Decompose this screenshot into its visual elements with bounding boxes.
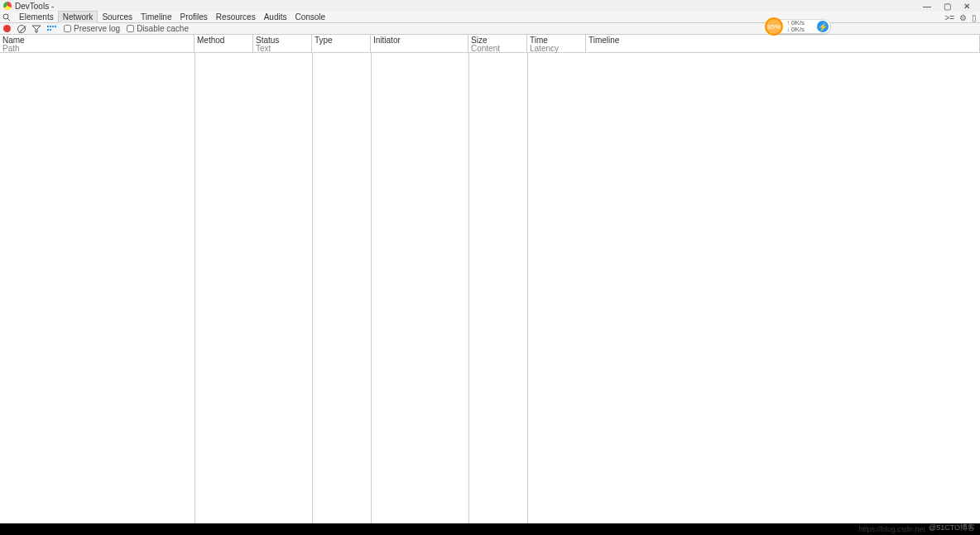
tab-console[interactable]: Console	[291, 12, 329, 23]
col-header-time[interactable]: TimeLatency	[527, 35, 586, 52]
col-header-timeline[interactable]: Timeline	[586, 35, 980, 52]
tab-profiles[interactable]: Profiles	[175, 12, 211, 23]
svg-point-0	[3, 14, 8, 19]
preserve-log-checkbox[interactable]: Preserve log	[64, 24, 120, 33]
tab-sources[interactable]: Sources	[98, 12, 137, 23]
window-title: DevTools -	[15, 2, 54, 11]
tab-timeline[interactable]: Timeline	[137, 12, 175, 23]
col-header-size[interactable]: SizeContent	[468, 35, 527, 52]
view-toggle-icon[interactable]	[47, 26, 57, 32]
svg-marker-2	[32, 26, 41, 32]
preserve-log-label: Preserve log	[74, 24, 120, 33]
maximize-button[interactable]: ▢	[937, 0, 957, 12]
svg-line-1	[7, 18, 10, 21]
network-table-body	[0, 53, 980, 523]
panel-tabs: Elements Network Sources Timeline Profil…	[0, 12, 980, 23]
col-header-initiator[interactable]: Initiator	[371, 35, 468, 52]
watermark-2: https://blog.csdn.net	[858, 525, 925, 533]
window-titlebar: DevTools - — ▢ ✕	[0, 0, 980, 12]
dock-icon[interactable]: ▯	[972, 13, 977, 22]
network-table-header: NamePath Method StatusText Type Initiato…	[0, 35, 980, 53]
tab-resources[interactable]: Resources	[212, 12, 260, 23]
tab-audits[interactable]: Audits	[260, 12, 291, 23]
speed-rates: 0K/s 0K/s	[786, 20, 805, 33]
speed-widget[interactable]: 85% 0K/s 0K/s ⚡	[766, 19, 831, 34]
watermark: @51CTO博客	[929, 523, 975, 533]
disable-cache-label: Disable cache	[137, 24, 189, 33]
record-icon[interactable]	[3, 25, 11, 32]
accel-icon[interactable]: ⚡	[817, 21, 829, 32]
speed-percent-badge: 85%	[765, 17, 783, 36]
taskbar: https://blog.csdn.net @51CTO博客	[0, 523, 980, 535]
col-header-status[interactable]: StatusText	[253, 35, 312, 52]
search-icon[interactable]	[2, 12, 12, 22]
settings-icon[interactable]: ⚙	[959, 13, 967, 22]
clear-icon[interactable]	[17, 25, 26, 33]
app-icon	[3, 2, 12, 10]
minimize-button[interactable]: —	[917, 0, 937, 12]
col-header-type[interactable]: Type	[312, 35, 371, 52]
filter-icon[interactable]	[32, 25, 41, 33]
network-toolbar: Preserve log Disable cache	[0, 23, 980, 35]
download-rate: 0K/s	[786, 27, 805, 33]
tab-elements[interactable]: Elements	[15, 12, 58, 23]
col-header-method[interactable]: Method	[195, 35, 253, 52]
drawer-toggle-icon[interactable]: >=	[944, 13, 954, 22]
col-header-name[interactable]: NamePath	[0, 35, 195, 52]
tab-network[interactable]: Network	[58, 11, 98, 23]
disable-cache-checkbox[interactable]: Disable cache	[127, 24, 189, 33]
close-button[interactable]: ✕	[957, 0, 977, 12]
